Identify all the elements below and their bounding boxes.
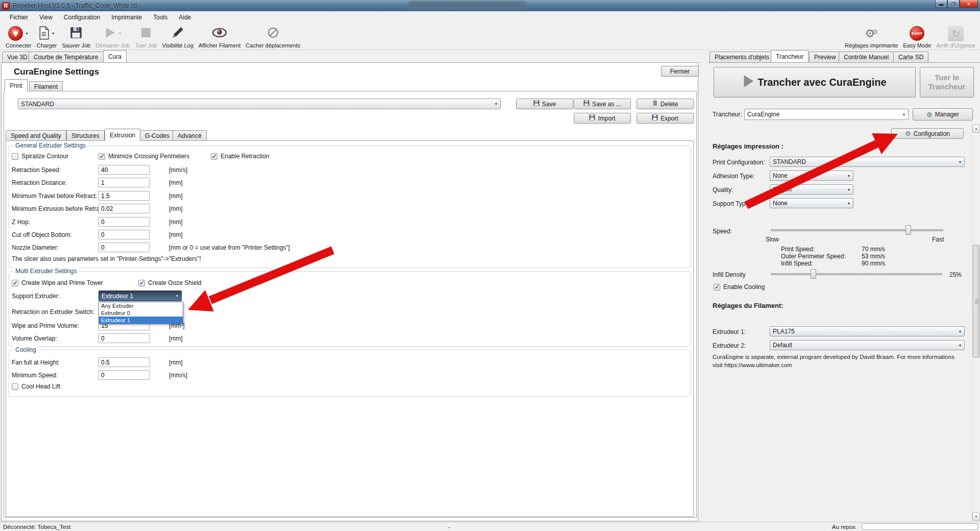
infill-density-value: 25%	[949, 271, 962, 278]
printer-settings-button[interactable]: ⚙⚙ Réglages imprimante	[842, 24, 900, 49]
support-extruder-select[interactable]: Extrudeur 1 ▼	[99, 291, 182, 301]
dropdown-option-extrudeur-0[interactable]: Extrudeur 0	[99, 309, 183, 317]
subtab-advance[interactable]: Advancé	[173, 130, 207, 141]
import-button[interactable]: Import	[574, 113, 631, 124]
manager-button[interactable]: ⚙ Manager	[913, 108, 973, 120]
maximize-button[interactable]: ❐	[947, 0, 960, 8]
retraction-distance-input[interactable]	[99, 178, 150, 187]
scroll-down-button[interactable]: ▼	[972, 513, 980, 521]
save-button[interactable]: Save	[516, 99, 573, 109]
field-unit: [mm]	[169, 359, 183, 366]
enable-cooling-checkbox[interactable]: Enable Cooling	[714, 283, 765, 291]
tab-carte-sd[interactable]: Carte SD	[893, 52, 928, 62]
hide-travel-moves-button[interactable]: Cacher déplacements	[243, 24, 303, 49]
create-wipe-and-prime-tower-checkbox[interactable]: Create Wipe and Prime Tower	[12, 279, 103, 286]
configuration-button[interactable]: ⚙ Configuration	[891, 128, 964, 139]
speed-slider[interactable]	[771, 225, 943, 235]
close-button[interactable]: ✕	[960, 0, 978, 8]
field-unit: [mm]	[169, 205, 183, 212]
cut-off-object-bottom-input[interactable]	[99, 230, 150, 239]
nozzle-diameter-input[interactable]	[99, 243, 150, 252]
field-label: Nozzle Diameter:	[12, 244, 59, 251]
subtab-extrusion[interactable]: Extrusion	[105, 129, 140, 141]
slice-with-curaengine-button[interactable]: Trancher avec CuraEngine	[714, 67, 916, 98]
infill-density-slider-thumb[interactable]	[811, 269, 816, 279]
slicer-select[interactable]: CuraEngine ▼	[744, 109, 909, 120]
z-hop-input[interactable]	[99, 217, 150, 227]
menu-configuration[interactable]: Configuration	[58, 12, 106, 22]
start-job-button[interactable]: ▾ Démarrer Job	[93, 24, 132, 49]
volume-overlap-label: Volume Overlap:	[12, 335, 57, 342]
menu-fichier[interactable]: Fichier	[4, 12, 34, 22]
adhesion-type-select[interactable]: None ▼	[770, 171, 853, 181]
cool-head-lift-checkbox[interactable]: Cool Head Lift	[12, 383, 60, 390]
scroll-up-button[interactable]: ▲	[972, 125, 980, 133]
slicer-note: The slicer also uses parameters set in "…	[12, 255, 201, 262]
support-extruder-label: Support Extruder:	[12, 293, 60, 300]
export-button[interactable]: Export	[636, 113, 694, 124]
menu-aide[interactable]: Aide	[173, 12, 197, 22]
gear-icon: ⚙	[926, 111, 933, 118]
kill-slicer-button[interactable]: Tuer le Trancheur	[920, 67, 974, 98]
floppy-icon	[589, 114, 595, 122]
extrudeur-1-select[interactable]: PLA175 ▼	[770, 326, 965, 336]
volume-overlap-input[interactable]	[99, 333, 150, 343]
slicer-panel: Trancher avec CuraEngine Tuer le Tranche…	[708, 62, 980, 521]
checkbox-icon	[12, 153, 18, 160]
support-type-select[interactable]: None ▼	[770, 198, 853, 208]
menu-view[interactable]: View	[34, 12, 58, 22]
infill-density-slider[interactable]	[771, 269, 942, 279]
tab-vue-3d[interactable]: Vue 3D	[2, 52, 33, 62]
show-filament-button[interactable]: Afficher Filament	[196, 24, 243, 49]
delete-button[interactable]: Delete	[636, 99, 694, 109]
chevron-down-icon[interactable]: ▾	[26, 31, 28, 36]
profile-select[interactable]: STANDARD ▼	[18, 99, 501, 109]
print-configuration-label: Print Configuration:	[713, 159, 765, 166]
create-ooze-shield-checkbox[interactable]: Create Ooze Shield	[138, 279, 202, 286]
dropdown-option-any-extruder[interactable]: Any Extruder	[99, 302, 183, 309]
connect-button[interactable]: ▾ Connecter	[3, 24, 34, 49]
menu-imprimante[interactable]: Imprimante	[106, 12, 148, 22]
tab-placements-objets[interactable]: Placements d'objets	[709, 52, 774, 62]
wipe-and-prime-volume-label: Wipe and Prime Volume:	[12, 322, 79, 329]
menu-tools[interactable]: Tools	[148, 12, 173, 22]
emergency-stop-button[interactable]: ↻ Arrêt d'Urgence	[934, 24, 978, 49]
minimum-travel-before-retract-input[interactable]	[99, 191, 150, 201]
speed-slider-thumb[interactable]	[905, 225, 911, 235]
scrollbar[interactable]: ▲ ▼	[972, 125, 979, 521]
print-configuration-select[interactable]: STANDARD ▼	[770, 157, 965, 167]
minimum-speed-input[interactable]	[99, 370, 150, 380]
tab-courbe-de-temperature[interactable]: Courbe de Température	[29, 52, 104, 62]
scrollbar-thumb[interactable]	[973, 245, 979, 357]
save-as-button[interactable]: Save as ...	[574, 99, 631, 109]
tab-print[interactable]: Print	[5, 79, 28, 91]
tab-filament[interactable]: Filament	[29, 81, 63, 91]
retraction-speed-input[interactable]	[99, 165, 150, 175]
tab-preview[interactable]: Preview	[809, 52, 841, 62]
minimize-crossing-perimeters-checkbox[interactable]: Minimize Crossing Perimeters	[99, 153, 189, 160]
spiralize-contour-checkbox[interactable]: Spiralize Contour	[12, 153, 68, 160]
easy-mode-button[interactable]: EASY Easy Mode	[900, 24, 934, 49]
load-button[interactable]: ▾ Charger	[34, 24, 60, 49]
dropdown-option-extrudeur-1[interactable]: Extrudeur 1	[99, 317, 183, 324]
subtab-speed-and-quality[interactable]: Speed and Quality	[6, 130, 66, 141]
subtab-g-codes[interactable]: G-Codes	[140, 130, 175, 141]
save-job-button[interactable]: Sauver Job	[60, 24, 93, 49]
tab-controle-manuel[interactable]: Contrôle Manuel	[839, 52, 894, 62]
chevron-down-icon[interactable]: ▾	[119, 31, 121, 36]
extrudeur-2-select[interactable]: Default ▼	[770, 340, 965, 350]
fermer-button[interactable]: Fermer	[661, 66, 699, 77]
redacted-overlay	[408, 1, 526, 10]
tab-trancheur[interactable]: Trancheur	[771, 50, 808, 62]
fan-full-at-height-input[interactable]	[99, 357, 150, 367]
enable-retraction-checkbox[interactable]: Enable Retraction	[211, 153, 269, 160]
minimum-extrusion-before-retract-input[interactable]	[99, 204, 150, 213]
chevron-down-icon: ▼	[845, 188, 853, 191]
quality-select[interactable]: 100µm ▼	[770, 184, 853, 195]
minimize-button[interactable]: ▬	[935, 0, 947, 8]
tab-cura[interactable]: Cura	[103, 50, 127, 62]
subtab-structures[interactable]: Structures	[66, 130, 105, 141]
kill-job-button[interactable]: Tuer Job	[132, 24, 159, 49]
chevron-down-icon[interactable]: ▾	[52, 31, 54, 36]
log-visibility-button[interactable]: Visibilité Log	[159, 24, 196, 49]
